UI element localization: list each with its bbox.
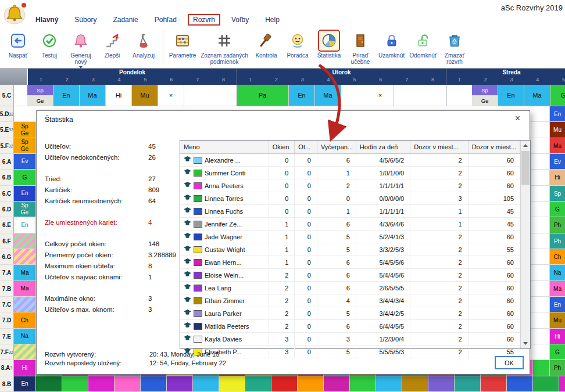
lesson-cell[interactable]: Ch [549, 249, 565, 264]
lesson-cell[interactable] [219, 376, 245, 391]
lesson-cell[interactable]: SpGe [14, 138, 36, 153]
lesson-cell[interactable]: Ma [524, 85, 550, 106]
lesson-cell[interactable]: Mu [549, 312, 565, 328]
column-header-vycerpan[interactable]: Vyčerpan... [317, 141, 356, 154]
vertical-scrollbar[interactable] [520, 141, 530, 348]
lesson-cell[interactable] [167, 376, 193, 391]
statistika-button[interactable]: Štatistika [314, 30, 344, 59]
lesson-cell[interactable] [14, 249, 36, 264]
lesson-cell[interactable]: En [549, 297, 565, 312]
ok-button[interactable]: OK [495, 356, 524, 369]
prirad-ucebne-button[interactable]: Priraď učebne [345, 30, 376, 65]
zmazat-rozvrh-button[interactable]: Zmazať rozvrh [439, 30, 470, 65]
teacher-row[interactable]: Gustav Wright1053/3/2/5/3255 [180, 243, 520, 256]
lesson-cell[interactable]: En [14, 217, 36, 233]
lesson-cell[interactable] [115, 376, 141, 391]
zlepsi-button[interactable]: Zlepši [97, 30, 127, 59]
lesson-cell[interactable]: Hi [549, 329, 565, 344]
lesson-cell[interactable] [402, 376, 428, 391]
class-label-5c[interactable]: 5.C [0, 85, 14, 106]
lesson-cell[interactable]: Hi [549, 170, 565, 185]
lesson-cell[interactable] [481, 376, 507, 391]
teacher-row[interactable]: Kayla Davies3031/2/3/0/4260 [180, 333, 520, 346]
teacher-row[interactable]: Eloise Wein...2065/4/4/5/6260 [180, 269, 520, 282]
lesson-cell[interactable]: En [549, 106, 565, 121]
lesson-cell[interactable] [559, 376, 565, 391]
scroll-down-arrow-icon[interactable] [521, 339, 530, 348]
lesson-cell[interactable] [245, 376, 271, 391]
class-label-7-f[interactable]: 7.F32 [0, 344, 14, 359]
menu-item-pohlad[interactable]: Pohľad [149, 14, 182, 26]
teacher-row[interactable]: Linnea Torres0000/0/0/0/03105 [180, 192, 520, 205]
lesson-cell[interactable] [14, 344, 36, 359]
class-label-5-f[interactable]: 5.F32 [0, 138, 14, 153]
analyzuj-button[interactable]: Analyzuj [128, 30, 159, 59]
class-label-6-g[interactable]: 6.G [0, 249, 14, 264]
lesson-cell[interactable]: Ma [549, 138, 565, 153]
teacher-row[interactable]: Matilda Peeters2066/4/4/5/5260 [180, 320, 520, 333]
teacher-row[interactable]: Lea Lang2062/6/5/5/5260 [180, 282, 520, 294]
menu-item-rozvrh[interactable]: Rozvrh [188, 14, 220, 26]
lesson-cell[interactable] [324, 376, 350, 391]
lesson-cell[interactable]: Ma [549, 281, 565, 296]
lesson-cell[interactable] [141, 376, 167, 391]
teacher-row[interactable]: Alexandre ...0064/5/6/5/2260 [180, 154, 520, 167]
scrollbar-thumb[interactable] [521, 151, 530, 185]
odomknut-button[interactable]: Odomknúť [408, 30, 438, 59]
menu-item-hlavny[interactable]: Hlavný [30, 14, 63, 26]
lesson-cell[interactable]: Hi [106, 85, 132, 106]
scroll-up-arrow-icon[interactable] [521, 141, 530, 150]
lesson-cell[interactable]: G [550, 85, 565, 106]
lesson-cell[interactable]: Ev [549, 154, 565, 169]
lesson-cell[interactable]: G [549, 202, 565, 217]
column-header-dozor-v-miest[interactable]: Dozor v miest... [468, 141, 520, 154]
menu-item-volby[interactable]: Voľby [226, 14, 254, 26]
class-label-6-f[interactable]: 6.F [0, 233, 14, 249]
uzamknut-button[interactable]: Uzamknúť [377, 30, 407, 59]
lesson-cell[interactable]: Ph [549, 217, 565, 233]
class-label-5-d[interactable]: 5.D32 [0, 106, 14, 121]
teacher-row[interactable]: Summer Conti0011/0/1/0/0260 [180, 167, 520, 179]
lesson-cell[interactable]: En [289, 85, 315, 106]
class-label-7-d[interactable]: 7.D [0, 312, 14, 328]
teacher-row[interactable]: Jennifer Ze...1064/3/6/4/6145 [180, 218, 520, 231]
column-header-okien[interactable]: Okien [269, 141, 295, 154]
lesson-cell[interactable] [455, 376, 481, 391]
class-label-7-a[interactable]: 7.A [0, 265, 14, 280]
lesson-cell[interactable]: Pa [237, 85, 289, 106]
column-header-meno[interactable]: Meno [180, 141, 269, 154]
lesson-cell[interactable] [88, 376, 115, 391]
lesson-cell[interactable]: SpGe [14, 122, 36, 138]
lesson-cell[interactable] [193, 376, 219, 391]
class-label-6-d[interactable]: 6.D [0, 202, 14, 217]
class-label-6-e[interactable]: 6.E [0, 217, 14, 233]
close-icon[interactable]: × [513, 113, 523, 124]
lesson-cell[interactable]: En [53, 85, 80, 106]
lesson-cell[interactable]: SpGe [27, 85, 53, 106]
class-label-8-a[interactable]: 8.A3 [0, 360, 14, 376]
lesson-cell[interactable]: Ph [549, 360, 565, 376]
lesson-cell[interactable] [507, 376, 533, 391]
lesson-cell[interactable]: SpGe [14, 202, 36, 217]
lesson-cell[interactable] [271, 376, 298, 391]
lesson-cell[interactable]: Mu [132, 85, 158, 106]
column-header-hodin-za-den[interactable]: Hodín za deň [356, 141, 410, 154]
zoznam-zadanych-podmienok-button[interactable]: Zoznam zadaných podmienok [199, 30, 250, 65]
lesson-cell[interactable]: × [367, 85, 394, 106]
lesson-cell[interactable] [350, 376, 376, 391]
lesson-cell[interactable]: Ev [14, 154, 36, 169]
lesson-cell[interactable]: En [14, 186, 36, 201]
lesson-cell[interactable] [14, 233, 36, 249]
kontrola-button[interactable]: Kontrola [251, 30, 281, 59]
lesson-cell[interactable]: G [14, 170, 36, 185]
lesson-cell[interactable] [533, 376, 559, 391]
class-label-6-a[interactable]: 6.A [0, 154, 14, 169]
lesson-cell[interactable]: Ma [14, 265, 36, 280]
class-label-7-c[interactable]: 7.C [0, 297, 14, 312]
lesson-cell[interactable]: Ma [80, 85, 106, 106]
teacher-row[interactable]: Jade Wagner1055/2/4/1/3260 [180, 231, 520, 243]
lesson-cell[interactable]: Mu [549, 122, 565, 138]
class-label-7-e[interactable]: 7.E [0, 329, 14, 344]
testuj-button[interactable]: Testuj [34, 30, 65, 59]
lesson-cell[interactable]: Na [549, 265, 565, 280]
